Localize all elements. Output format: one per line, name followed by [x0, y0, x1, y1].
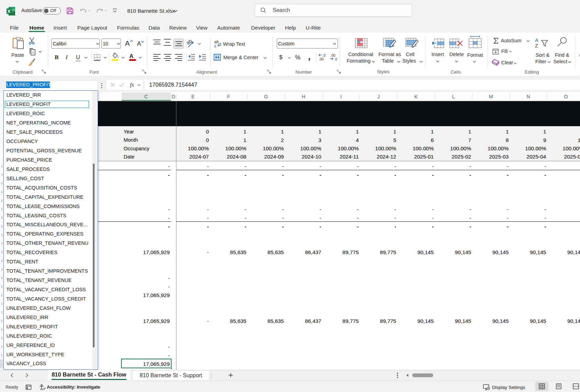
svg-text:A: A	[535, 37, 538, 43]
svg-text:c: c	[214, 44, 216, 48]
svg-text:Z: Z	[535, 43, 538, 48]
